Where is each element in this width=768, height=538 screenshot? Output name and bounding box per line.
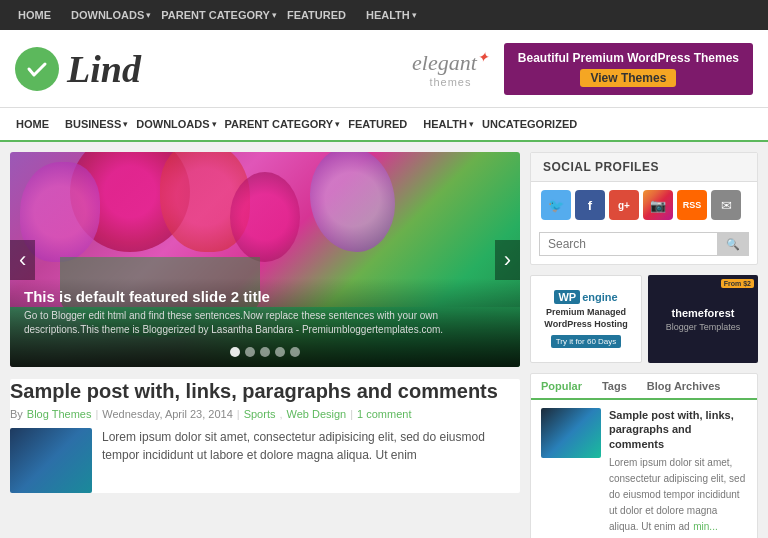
- tabs-row: Popular Tags Blog Archives: [531, 374, 757, 400]
- twitter-icon[interactable]: 🐦: [541, 190, 571, 220]
- secondary-nav: HOME BUSINESS▾ DOWNLOADS▾ PARENT CATEGOR…: [0, 108, 768, 142]
- popular-section: Popular Tags Blog Archives Sample post w…: [530, 373, 758, 538]
- content-area: This is default featured slide 2 title G…: [10, 152, 520, 538]
- slider-dots: [230, 347, 300, 357]
- meta-cat-sep: ,: [279, 408, 282, 420]
- google-plus-icon[interactable]: g+: [609, 190, 639, 220]
- slider-dot-2[interactable]: [245, 347, 255, 357]
- meta-by: By: [10, 408, 23, 420]
- ad-blocks-row: WP engine Premium Managed WordPress Host…: [530, 275, 758, 363]
- sec-nav-home[interactable]: HOME: [8, 107, 57, 141]
- elegant-brand: elegant: [412, 50, 477, 75]
- logo[interactable]: Lind: [15, 47, 141, 91]
- main-content: This is default featured slide 2 title G…: [0, 142, 768, 538]
- facebook-icon[interactable]: f: [575, 190, 605, 220]
- meta-author[interactable]: Blog Themes: [27, 408, 92, 420]
- wpengine-logo: WP engine: [554, 290, 617, 304]
- themeforest-name: themeforest: [672, 307, 735, 319]
- sec-nav-downloads[interactable]: DOWNLOADS: [128, 107, 217, 141]
- meta-date: Wednesday, April 23, 2014: [102, 408, 232, 420]
- meta-category2[interactable]: Web Design: [287, 408, 347, 420]
- slider-dot-4[interactable]: [275, 347, 285, 357]
- meta-category1[interactable]: Sports: [244, 408, 276, 420]
- sidebar: SOCIAL PROFILES 🐦 f g+ 📷 RSS ✉ 🔍 WP en: [530, 152, 758, 538]
- post-thumbnail: [10, 428, 92, 493]
- elegant-themes-logo: elegant✦ themes: [412, 49, 489, 88]
- popular-post-more[interactable]: min...: [693, 521, 717, 532]
- slider-dot-5[interactable]: [290, 347, 300, 357]
- themeforest-sub: Blogger Templates: [666, 322, 740, 332]
- popular-post-item: Sample post with, links, paragraphs and …: [531, 400, 757, 538]
- top-nav-downloads[interactable]: DOWNLOADS: [61, 0, 154, 30]
- checkmark-icon: [24, 56, 50, 82]
- slider-dot-3[interactable]: [260, 347, 270, 357]
- logo-text: Lind: [67, 47, 141, 91]
- top-nav: HOME DOWNLOADS ▾ PARENT CATEGORY ▾ FEATU…: [0, 0, 768, 30]
- meta-comments[interactable]: 1 comment: [357, 408, 411, 420]
- popular-post-text: Lorem ipsum dolor sit amet, consectetur …: [609, 457, 745, 532]
- social-profiles-section: SOCIAL PROFILES 🐦 f g+ 📷 RSS ✉ 🔍: [530, 152, 758, 265]
- top-nav-health[interactable]: HEALTH: [356, 0, 420, 30]
- social-icons-row: 🐦 f g+ 📷 RSS ✉: [531, 182, 757, 228]
- sec-nav-parent-category[interactable]: PARENT CATEGORY: [217, 107, 342, 141]
- elegant-star: ✦: [477, 50, 489, 65]
- slider-prev-button[interactable]: ‹: [10, 240, 35, 280]
- ad-banner[interactable]: Beautiful Premium WordPress Themes View …: [504, 43, 753, 95]
- slider: This is default featured slide 2 title G…: [10, 152, 520, 367]
- post-meta: By Blog Themes | Wednesday, April 23, 20…: [10, 408, 520, 420]
- rss-icon[interactable]: RSS: [677, 190, 707, 220]
- sec-nav-featured[interactable]: FEATURED: [340, 107, 415, 141]
- search-input[interactable]: [539, 232, 718, 256]
- logo-icon: [15, 47, 59, 91]
- top-nav-home[interactable]: HOME: [8, 0, 61, 30]
- popular-post-title[interactable]: Sample post with, links, paragraphs and …: [609, 408, 747, 451]
- tab-blog-archives[interactable]: Blog Archives: [637, 374, 731, 400]
- ad-btn[interactable]: View Themes: [580, 69, 676, 87]
- social-profiles-title: SOCIAL PROFILES: [531, 153, 757, 182]
- post-body: Lorem ipsum dolor sit amet, consectetur …: [10, 428, 520, 493]
- email-icon[interactable]: ✉: [711, 190, 741, 220]
- header: Lind elegant✦ themes Beautiful Premium W…: [0, 30, 768, 108]
- wpengine-name: engine: [582, 291, 617, 303]
- slider-dot-1[interactable]: [230, 347, 240, 357]
- meta-sep2: |: [237, 408, 240, 420]
- wpengine-ad[interactable]: WP engine Premium Managed WordPress Host…: [530, 275, 642, 363]
- top-nav-featured[interactable]: FEATURED: [277, 0, 356, 30]
- post: Sample post with, links, paragraphs and …: [10, 379, 520, 493]
- tab-popular[interactable]: Popular: [531, 374, 592, 400]
- post-text: Lorem ipsum dolor sit amet, consectetur …: [102, 428, 520, 493]
- ad-title: Beautiful Premium WordPress Themes: [518, 51, 739, 65]
- sec-nav-health[interactable]: HEALTH: [415, 107, 475, 141]
- meta-sep1: |: [95, 408, 98, 420]
- elegant-sub: themes: [412, 76, 489, 88]
- search-box: 🔍: [531, 228, 757, 264]
- slider-description: Go to Blogger edit html and find these s…: [24, 309, 506, 337]
- popular-post-content: Sample post with, links, paragraphs and …: [609, 408, 747, 534]
- wpengine-text: Premium Managed WordPress Hosting: [537, 307, 635, 330]
- tab-tags[interactable]: Tags: [592, 374, 637, 400]
- slider-next-button[interactable]: ›: [495, 240, 520, 280]
- search-button[interactable]: 🔍: [718, 232, 749, 256]
- top-nav-parent-category[interactable]: PARENT CATEGORY: [151, 0, 280, 30]
- sec-nav-uncategorized[interactable]: UNCATEGORIZED: [474, 107, 585, 141]
- instagram-icon[interactable]: 📷: [643, 190, 673, 220]
- post-title[interactable]: Sample post with, links, paragraphs and …: [10, 379, 520, 403]
- themeforest-ad[interactable]: From $2 themeforest Blogger Templates: [648, 275, 758, 363]
- slider-title: This is default featured slide 2 title: [24, 288, 506, 305]
- meta-sep3: |: [350, 408, 353, 420]
- popular-post-thumbnail: [541, 408, 601, 458]
- wpengine-btn[interactable]: Try it for 60 Days: [551, 335, 622, 348]
- sec-nav-business[interactable]: BUSINESS: [57, 107, 129, 141]
- themeforest-badge: From $2: [721, 279, 754, 288]
- top-nav-health-arrow: ▾: [412, 10, 417, 20]
- header-right: elegant✦ themes Beautiful Premium WordPr…: [412, 43, 753, 95]
